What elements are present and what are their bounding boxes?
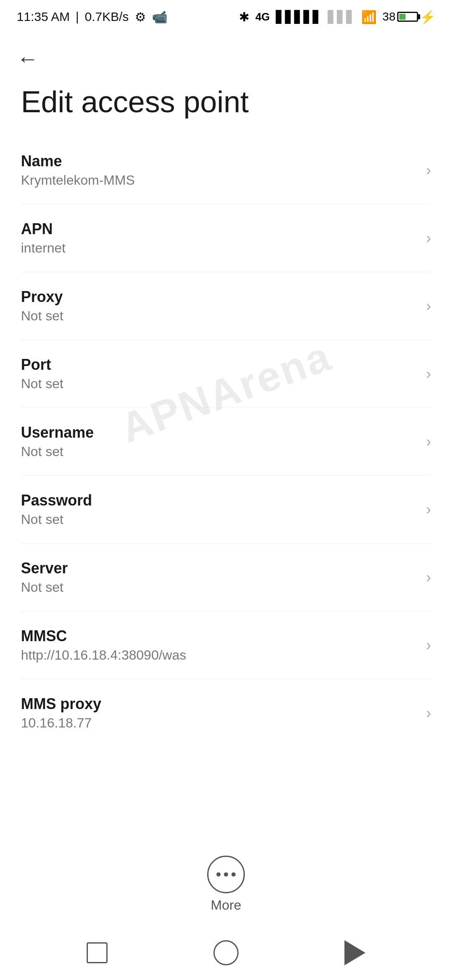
settings-item-proxy[interactable]: ProxyNot set›: [21, 272, 431, 340]
settings-item-value-7: http://10.16.18.4:38090/was: [21, 647, 418, 663]
settings-item-label-4: Username: [21, 424, 418, 441]
settings-item-content-0: NameKrymtelekom-MMS: [21, 152, 418, 188]
settings-item-value-1: internet: [21, 240, 418, 256]
settings-item-content-5: PasswordNot set: [21, 492, 418, 527]
recent-apps-button[interactable]: [87, 942, 108, 963]
recent-apps-icon: [87, 942, 108, 963]
settings-item-content-4: UsernameNot set: [21, 424, 418, 459]
home-button[interactable]: [213, 940, 239, 965]
chevron-right-icon-6: ›: [426, 569, 431, 586]
chevron-right-icon-1: ›: [426, 230, 431, 247]
settings-list: NameKrymtelekom-MMS›APNinternet›ProxyNot…: [0, 137, 452, 747]
settings-item-label-5: Password: [21, 492, 418, 509]
battery-indicator: [397, 12, 418, 22]
settings-item-content-1: APNinternet: [21, 220, 418, 256]
settings-item-value-5: Not set: [21, 512, 418, 527]
dot2: [224, 872, 228, 877]
chevron-right-icon-4: ›: [426, 433, 431, 451]
settings-item-value-4: Not set: [21, 444, 418, 459]
bluetooth-icon: ✱: [239, 10, 249, 24]
settings-item-label-6: Server: [21, 560, 418, 577]
settings-item-value-0: Krymtelekom-MMS: [21, 173, 418, 188]
lightning-icon: ⚡: [420, 10, 435, 24]
back-arrow-icon[interactable]: ←: [17, 46, 39, 71]
signal-bars2-icon: ▋▋▋: [328, 10, 355, 24]
settings-item-label-3: Port: [21, 356, 418, 374]
settings-item-content-8: MMS proxy10.16.18.77: [21, 695, 418, 731]
settings-item-content-2: ProxyNot set: [21, 288, 418, 324]
battery-percent: 38: [383, 10, 396, 23]
back-button[interactable]: ←: [0, 34, 452, 75]
status-left: 11:35 AM | 0.7KB/s ⚙ 📹: [17, 10, 167, 24]
settings-item-label-1: APN: [21, 220, 418, 238]
video-icon: 📹: [152, 10, 167, 24]
settings-icon: ⚙: [135, 10, 146, 24]
settings-item-label-0: Name: [21, 152, 418, 170]
settings-item-content-7: MMSChttp://10.16.18.4:38090/was: [21, 627, 418, 663]
settings-item-username[interactable]: UsernameNot set›: [21, 408, 431, 476]
settings-item-value-6: Not set: [21, 580, 418, 595]
signal-bars-icon: ▋▋▋▋▋: [276, 10, 322, 24]
settings-item-port[interactable]: PortNot set›: [21, 340, 431, 408]
more-circle-icon: [207, 856, 245, 893]
time-label: 11:35 AM: [17, 10, 70, 24]
wifi-icon: 📶: [361, 10, 377, 24]
settings-item-label-2: Proxy: [21, 288, 418, 306]
chevron-right-icon-0: ›: [426, 162, 431, 179]
settings-item-mmsc[interactable]: MMSChttp://10.16.18.4:38090/was›: [21, 611, 431, 679]
status-right: ✱ 4G ▋▋▋▋▋ ▋▋▋ 📶 38 ⚡: [239, 10, 435, 24]
settings-item-apn[interactable]: APNinternet›: [21, 204, 431, 272]
signal-4g-icon: 4G: [255, 10, 270, 23]
settings-item-label-7: MMSC: [21, 627, 418, 645]
dot3: [231, 872, 236, 877]
more-label: More: [211, 897, 241, 913]
battery-fill: [399, 14, 406, 20]
chevron-right-icon-3: ›: [426, 365, 431, 383]
status-bar: 11:35 AM | 0.7KB/s ⚙ 📹 ✱ 4G ▋▋▋▋▋ ▋▋▋ 📶 …: [0, 0, 452, 34]
chevron-right-icon-2: ›: [426, 297, 431, 315]
settings-item-value-3: Not set: [21, 376, 418, 392]
dot1: [216, 872, 221, 877]
chevron-right-icon-5: ›: [426, 501, 431, 518]
page-title: Edit access point: [0, 75, 452, 137]
back-nav-button[interactable]: [344, 940, 365, 965]
settings-item-password[interactable]: PasswordNot set›: [21, 476, 431, 544]
settings-item-mms-proxy[interactable]: MMS proxy10.16.18.77›: [21, 679, 431, 747]
chevron-right-icon-8: ›: [426, 704, 431, 722]
battery-box: 38 ⚡: [383, 10, 435, 24]
settings-item-label-8: MMS proxy: [21, 695, 418, 713]
navigation-bar: [0, 926, 452, 980]
separator: |: [76, 10, 79, 24]
settings-item-value-2: Not set: [21, 308, 418, 324]
settings-item-server[interactable]: ServerNot set›: [21, 544, 431, 611]
chevron-right-icon-7: ›: [426, 637, 431, 654]
more-button[interactable]: More: [207, 856, 245, 913]
back-nav-icon: [344, 940, 365, 965]
speed-label: 0.7KB/s: [85, 10, 129, 24]
more-dots: [216, 872, 236, 877]
home-icon: [213, 940, 239, 965]
settings-item-content-3: PortNot set: [21, 356, 418, 392]
settings-item-name[interactable]: NameKrymtelekom-MMS›: [21, 137, 431, 204]
settings-item-value-8: 10.16.18.77: [21, 715, 418, 731]
settings-item-content-6: ServerNot set: [21, 560, 418, 595]
